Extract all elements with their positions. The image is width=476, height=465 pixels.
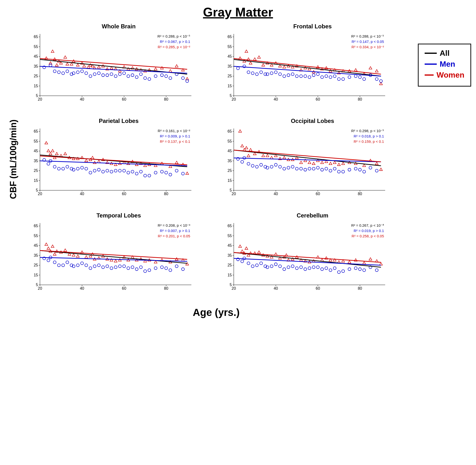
- svg-text:20: 20: [232, 192, 236, 196]
- chart-title: Cerebellum: [221, 212, 405, 219]
- svg-text:R² = 0.285, p < 10⁻²: R² = 0.285, p < 10⁻²: [158, 45, 190, 49]
- svg-text:65: 65: [34, 35, 38, 39]
- svg-text:35: 35: [227, 253, 232, 257]
- svg-text:40: 40: [274, 97, 278, 101]
- svg-text:65: 65: [34, 129, 38, 133]
- svg-text:35: 35: [227, 159, 232, 163]
- svg-text:60: 60: [122, 192, 126, 196]
- svg-text:65: 65: [34, 224, 38, 228]
- main-title: Gray Matter: [0, 0, 476, 19]
- svg-text:65: 65: [227, 129, 232, 133]
- svg-text:60: 60: [316, 286, 320, 290]
- svg-text:25: 25: [34, 263, 38, 267]
- chart-whole-brain: Whole Brain515253545556520406080R² = 0.2…: [27, 23, 211, 113]
- svg-text:55: 55: [34, 45, 38, 49]
- svg-text:15: 15: [34, 179, 38, 183]
- svg-text:55: 55: [227, 45, 232, 49]
- svg-text:20: 20: [38, 97, 42, 101]
- svg-text:45: 45: [227, 149, 232, 153]
- svg-text:55: 55: [34, 139, 38, 143]
- svg-text:60: 60: [122, 286, 126, 290]
- svg-text:20: 20: [38, 286, 42, 290]
- svg-text:45: 45: [34, 149, 38, 153]
- svg-text:35: 35: [34, 253, 38, 257]
- svg-text:R² = 0.159, p < 0.1: R² = 0.159, p < 0.1: [354, 139, 384, 144]
- chart-title: Parietal Lobes: [27, 117, 211, 124]
- svg-text:R² = 0.019, p > 0.1: R² = 0.019, p > 0.1: [354, 229, 384, 233]
- svg-text:35: 35: [34, 159, 38, 163]
- svg-text:80: 80: [358, 97, 362, 101]
- svg-text:R² = 0.288, p < 10⁻⁵: R² = 0.288, p < 10⁻⁵: [351, 34, 384, 38]
- svg-text:40: 40: [80, 192, 84, 196]
- svg-text:60: 60: [316, 97, 320, 101]
- svg-text:45: 45: [34, 243, 38, 248]
- chart-title: Frontal Lobes: [221, 23, 405, 30]
- svg-text:35: 35: [34, 64, 38, 68]
- svg-text:40: 40: [80, 97, 84, 101]
- svg-text:40: 40: [274, 192, 278, 196]
- chart-occipital-lobes: Occipital Lobes515253545556520406080R² =…: [221, 117, 405, 207]
- svg-text:80: 80: [164, 286, 168, 290]
- svg-text:80: 80: [164, 192, 168, 196]
- svg-text:R² = 0.288, p < 10⁻⁵: R² = 0.288, p < 10⁻⁵: [157, 34, 190, 38]
- svg-text:20: 20: [232, 286, 236, 290]
- svg-text:25: 25: [227, 169, 232, 173]
- svg-text:R² = 0.298, p < 10⁻⁵: R² = 0.298, p < 10⁻⁵: [351, 129, 384, 133]
- svg-text:R² = 0.018, p > 0.1: R² = 0.018, p > 0.1: [354, 134, 384, 138]
- svg-text:60: 60: [122, 97, 126, 101]
- chart-parietal-lobes: Parietal Lobes515253545556520406080R² = …: [27, 117, 211, 207]
- svg-text:40: 40: [274, 286, 278, 290]
- svg-text:45: 45: [227, 54, 232, 58]
- svg-text:R² = 0.267, p < 10⁻⁴: R² = 0.267, p < 10⁻⁴: [351, 223, 384, 227]
- svg-text:20: 20: [38, 192, 42, 196]
- svg-text:R² = 0.258, p < 0.05: R² = 0.258, p < 0.05: [352, 234, 384, 238]
- svg-text:25: 25: [227, 74, 232, 78]
- chart-svg: 515253545556520406080R² = 0.267, p < 10⁻…: [221, 219, 390, 295]
- chart-cerebellum: Cerebellum515253545556520406080R² = 0.26…: [221, 212, 405, 302]
- svg-text:R² = 0.147, p < 0.05: R² = 0.147, p < 0.05: [352, 40, 384, 44]
- legend-all: All: [425, 49, 464, 58]
- svg-text:45: 45: [34, 54, 38, 58]
- svg-text:80: 80: [164, 97, 168, 101]
- svg-text:25: 25: [34, 169, 38, 173]
- svg-text:65: 65: [227, 224, 232, 228]
- chart-row-2: Parietal Lobes515253545556520406080R² = …: [22, 116, 411, 209]
- legend-women: Women: [425, 71, 464, 80]
- svg-text:80: 80: [358, 286, 362, 290]
- svg-text:55: 55: [227, 234, 232, 238]
- svg-text:55: 55: [227, 139, 232, 143]
- svg-text:20: 20: [232, 97, 236, 101]
- chart-svg: 515253545556520406080R² = 0.288, p < 10⁻…: [221, 30, 390, 106]
- svg-text:R² = 0.208, p < 10⁻³: R² = 0.208, p < 10⁻³: [158, 223, 190, 227]
- svg-text:R² = 0.137, p < 0.1: R² = 0.137, p < 0.1: [160, 139, 190, 144]
- chart-title: Temporal Lobes: [27, 212, 211, 219]
- svg-text:65: 65: [227, 35, 232, 39]
- legend-men: Men: [425, 60, 464, 69]
- chart-temporal-lobes: Temporal Lobes515253545556520406080R² = …: [27, 212, 211, 302]
- svg-text:35: 35: [227, 64, 232, 68]
- svg-text:15: 15: [227, 273, 232, 277]
- svg-text:25: 25: [227, 263, 232, 267]
- svg-text:R² = 0.334, p < 10⁻²: R² = 0.334, p < 10⁻²: [352, 45, 384, 49]
- chart-frontal-lobes: Frontal Lobes515253545556520406080R² = 0…: [221, 23, 405, 113]
- svg-text:15: 15: [34, 273, 38, 277]
- y-axis-label: CBF (mL/100g/min): [8, 119, 18, 199]
- svg-text:40: 40: [80, 286, 84, 290]
- chart-title: Whole Brain: [27, 23, 211, 30]
- svg-text:R² = 0.009, p > 0.1: R² = 0.009, p > 0.1: [160, 134, 190, 138]
- chart-svg: 515253545556520406080R² = 0.298, p < 10⁻…: [221, 125, 390, 200]
- svg-text:R² = 0.201, p < 0.05: R² = 0.201, p < 0.05: [158, 234, 190, 238]
- svg-text:R² = 0.067, p > 0.1: R² = 0.067, p > 0.1: [160, 40, 190, 44]
- chart-svg: 515253545556520406080R² = 0.288, p < 10⁻…: [27, 30, 196, 106]
- svg-text:55: 55: [34, 234, 38, 238]
- chart-row-3: Temporal Lobes515253545556520406080R² = …: [22, 211, 411, 303]
- chart-row-1: Whole Brain515253545556520406080R² = 0.2…: [22, 22, 411, 114]
- svg-text:80: 80: [358, 192, 362, 196]
- svg-text:45: 45: [227, 243, 232, 248]
- svg-text:15: 15: [34, 84, 38, 88]
- svg-text:25: 25: [34, 74, 38, 78]
- svg-text:60: 60: [316, 192, 320, 196]
- svg-text:15: 15: [227, 84, 232, 88]
- page-wrapper: Gray Matter CBF (mL/100g/min) Whole Brai…: [0, 0, 476, 321]
- chart-title: Occipital Lobes: [221, 117, 405, 124]
